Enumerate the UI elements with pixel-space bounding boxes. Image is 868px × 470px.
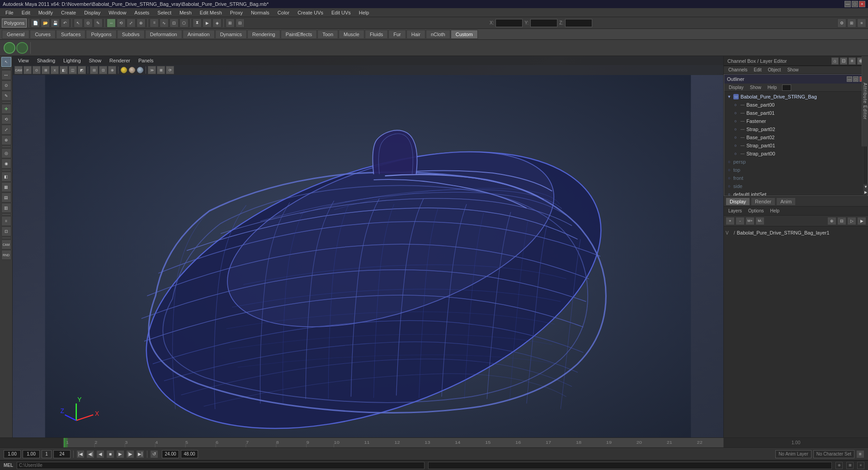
- vp-grid-btn[interactable]: ⊞: [42, 66, 50, 74]
- vp-view[interactable]: View: [14, 57, 33, 64]
- pb-play-back[interactable]: ◀: [96, 450, 104, 458]
- timeline-ruler[interactable]: 1 2 3 4 5 6 7 8 9 10 11 12 13 14 15 16 1…: [63, 438, 723, 447]
- vp-lighting[interactable]: Lighting: [60, 57, 85, 64]
- outliner-search[interactable]: [782, 85, 791, 91]
- out-item-basepart01[interactable]: ○ — Base_part01: [724, 109, 868, 117]
- layer-visibility[interactable]: V: [726, 230, 732, 235]
- out-item-persp[interactable]: ○ persp: [724, 158, 868, 166]
- select-btn[interactable]: ↖: [74, 19, 83, 28]
- vp-shading-btn[interactable]: ◧: [60, 66, 68, 74]
- status-ind-1[interactable]: ⊕: [835, 462, 843, 469]
- out-item-top[interactable]: ○ top: [724, 166, 868, 174]
- cb-edit[interactable]: Edit: [751, 67, 764, 73]
- marking-menu-btn[interactable]: ≡: [857, 19, 866, 28]
- pb-extra-1[interactable]: ≡: [856, 450, 864, 458]
- pb-loop[interactable]: ↺: [150, 450, 158, 458]
- lt-collapse[interactable]: ⊟: [837, 217, 846, 225]
- pb-prev-key[interactable]: ◀|: [86, 450, 94, 458]
- tab-general[interactable]: General: [2, 30, 29, 39]
- pb-play[interactable]: ▶: [116, 450, 124, 458]
- cmd-line[interactable]: [17, 462, 424, 469]
- lt-artisan[interactable]: ◉: [1, 159, 11, 169]
- vp-show[interactable]: Show: [85, 57, 105, 64]
- lt-history[interactable]: ⊡: [1, 226, 11, 236]
- status-ind-3[interactable]: ≡: [857, 462, 864, 469]
- vp-persp-btn[interactable]: P: [24, 66, 32, 74]
- out-scroll-nav-r[interactable]: ▶: [863, 189, 868, 195]
- menu-edit[interactable]: Edit: [18, 8, 34, 17]
- menu-mesh[interactable]: Mesh: [176, 8, 195, 17]
- out-display[interactable]: Display: [726, 85, 746, 90]
- cb-channels[interactable]: Channels: [726, 67, 750, 73]
- vp-shading[interactable]: Shading: [33, 57, 59, 64]
- lt-del-member[interactable]: M-: [755, 217, 764, 225]
- lt-cam[interactable]: CAM: [1, 240, 11, 249]
- menu-proxy[interactable]: Proxy: [226, 8, 246, 17]
- out-show[interactable]: Show: [747, 85, 764, 90]
- lt-softmod[interactable]: ◎: [1, 148, 11, 158]
- maximize-btn[interactable]: □: [852, 1, 858, 7]
- lt-attr-editor[interactable]: ▤: [1, 193, 11, 202]
- cb-render-2[interactable]: ⊡: [840, 57, 847, 65]
- attr-editor-side[interactable]: Attribute Editor: [862, 56, 868, 146]
- lt-show-manip[interactable]: ◧: [1, 172, 11, 182]
- cb-show[interactable]: Show: [784, 67, 801, 73]
- menu-window[interactable]: Window: [105, 8, 130, 17]
- tab-fluids[interactable]: Fluids: [365, 30, 388, 39]
- pb-current-field[interactable]: [23, 450, 40, 458]
- panel-btn[interactable]: ⊟: [236, 19, 245, 28]
- vp-backface-btn[interactable]: ⊡: [99, 66, 107, 74]
- pb-anim-end[interactable]: [181, 450, 198, 458]
- vp-cam-btn[interactable]: CAM: [14, 66, 23, 74]
- context-dropdown[interactable]: Polygons: [2, 19, 27, 28]
- pb-anim-start[interactable]: [162, 450, 179, 458]
- close-btn[interactable]: ✕: [859, 1, 865, 7]
- vp-scene-btn[interactable]: ⊠: [157, 66, 165, 74]
- menu-file[interactable]: File: [2, 8, 17, 17]
- out-item-lightset[interactable]: ○ defaultLightSet: [724, 190, 868, 196]
- le-layers[interactable]: Layers: [726, 208, 745, 214]
- cb-object[interactable]: Object: [765, 67, 784, 73]
- lt-snap[interactable]: ⌗: [1, 216, 11, 226]
- menu-select[interactable]: Select: [154, 8, 175, 17]
- tab-toon[interactable]: Toon: [317, 30, 338, 39]
- vp-xray-btn[interactable]: X: [51, 66, 59, 74]
- snap-surface-btn[interactable]: ⬡: [179, 19, 189, 28]
- menu-help[interactable]: Help: [355, 8, 373, 17]
- rotate-btn[interactable]: ⟲: [117, 19, 126, 28]
- cb-render-1[interactable]: ⌂: [831, 57, 839, 65]
- menu-create-uvs[interactable]: Create UVs: [294, 8, 327, 17]
- paint-btn[interactable]: ✎: [94, 19, 103, 28]
- ipr-btn[interactable]: ◈: [212, 19, 222, 28]
- lt-manip[interactable]: ⊕: [1, 135, 11, 145]
- lt-del-layer[interactable]: -: [736, 217, 745, 225]
- menu-edit-mesh[interactable]: Edit Mesh: [196, 8, 226, 17]
- layer-name-1[interactable]: Babolat_Pure_Drive_STRNG_Bag_layer1: [737, 230, 866, 235]
- lt-paint[interactable]: ✎: [1, 91, 11, 101]
- y-field[interactable]: [530, 19, 557, 27]
- anim-layer-indicator[interactable]: No Anim Layer: [775, 450, 811, 458]
- tab-subdivs[interactable]: Subdivs: [117, 30, 145, 39]
- lt-translate[interactable]: ✛: [1, 104, 11, 114]
- snap-grid-btn[interactable]: ⌗: [150, 19, 159, 28]
- menu-color[interactable]: Color: [274, 8, 293, 17]
- tab-curves[interactable]: Curves: [30, 30, 56, 39]
- light-ball-2[interactable]: [129, 67, 135, 73]
- history-btn[interactable]: ⧗: [193, 19, 202, 28]
- out-item-bag[interactable]: ▼ M Babolat_Pure_Drive_STRNG_Bag: [724, 93, 868, 101]
- out-item-strappart00[interactable]: ○ — Strap_part00: [724, 150, 868, 158]
- out-item-basepart00[interactable]: ○ — Base_part00: [724, 101, 868, 109]
- lasso-btn[interactable]: ⊙: [84, 19, 93, 28]
- out-scroll-down[interactable]: ▼: [863, 184, 868, 189]
- snap-curve-btn[interactable]: ∿: [160, 19, 169, 28]
- pb-next-key[interactable]: |▶: [126, 450, 134, 458]
- pb-start-field[interactable]: [4, 450, 21, 458]
- tab-ncloth[interactable]: nCloth: [426, 30, 450, 39]
- shelf-icon-1[interactable]: [16, 42, 28, 54]
- light-ball-3[interactable]: [137, 67, 143, 73]
- le-tab-render[interactable]: Render: [751, 197, 775, 206]
- pb-frame-num[interactable]: 1: [42, 450, 52, 458]
- save-btn[interactable]: 💾: [51, 19, 60, 28]
- lt-scale[interactable]: ⤢: [1, 125, 11, 135]
- lt-member[interactable]: M+: [745, 217, 755, 225]
